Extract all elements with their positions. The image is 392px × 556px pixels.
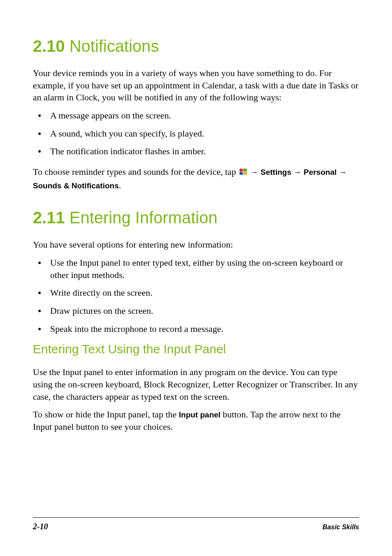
list-item: Use the Input panel to enter typed text,… <box>33 257 359 281</box>
section-title: Notifications <box>69 37 159 55</box>
list-item: The notification indicator flashes in am… <box>33 145 359 158</box>
section-heading-211: 2.11 Entering Information <box>33 208 359 227</box>
nav-period: . <box>119 180 121 190</box>
para2-prefix: To show or hide the Input panel, tap the <box>33 409 179 419</box>
footer-divider <box>33 517 359 518</box>
section-entering-information: 2.11 Entering Information You have sever… <box>33 208 359 433</box>
list-item: A sound, which you can specify, is playe… <box>33 127 359 140</box>
footer-content: 2-10 Basic Skills <box>33 522 359 531</box>
page-number: 2-10 <box>33 522 48 531</box>
footer-title: Basic Skills <box>323 524 359 531</box>
section-intro-text: You have several options for entering ne… <box>33 239 359 251</box>
arrow-icon: → <box>339 168 347 176</box>
list-item: Speak into the microphone to record a me… <box>33 323 359 335</box>
input-panel-bold: Input panel <box>179 410 220 419</box>
page-footer: 2-10 Basic Skills <box>33 517 359 531</box>
section-number: 2.11 <box>33 208 65 227</box>
nav-sounds: Sounds & Notifications <box>33 181 119 190</box>
nav-personal: Personal <box>304 168 337 176</box>
list-item: A message appears on the screen. <box>33 109 359 122</box>
list-item: Write directly on the screen. <box>33 287 359 299</box>
section-notifications: 2.10 Notifications Your device reminds y… <box>33 37 359 192</box>
input-options-list: Use the Input panel to enter typed text,… <box>33 257 359 335</box>
section-number: 2.10 <box>33 37 65 55</box>
list-item: Draw pictures on the screen. <box>33 305 359 317</box>
subsection-heading: Entering Text Using the Input Panel <box>33 342 359 356</box>
arrow-icon: → <box>251 168 258 176</box>
navigation-path-text: To choose reminder types and sounds for … <box>33 165 359 192</box>
subsection-para1: Use the Input panel to enter information… <box>33 366 359 403</box>
notification-ways-list: A message appears on the screen. A sound… <box>33 109 359 158</box>
section-intro-text: Your device reminds you in a variety of … <box>33 67 359 104</box>
section-heading-210: 2.10 Notifications <box>33 37 359 56</box>
section-title: Entering Information <box>69 208 217 227</box>
nav-prefix: To choose reminder types and sounds for … <box>33 167 238 177</box>
windows-start-icon <box>239 166 247 173</box>
document-page: 2.10 Notifications Your device reminds y… <box>0 0 392 556</box>
arrow-icon: → <box>294 168 302 176</box>
subsection-para2: To show or hide the Input panel, tap the… <box>33 408 359 433</box>
nav-settings: Settings <box>261 168 291 176</box>
